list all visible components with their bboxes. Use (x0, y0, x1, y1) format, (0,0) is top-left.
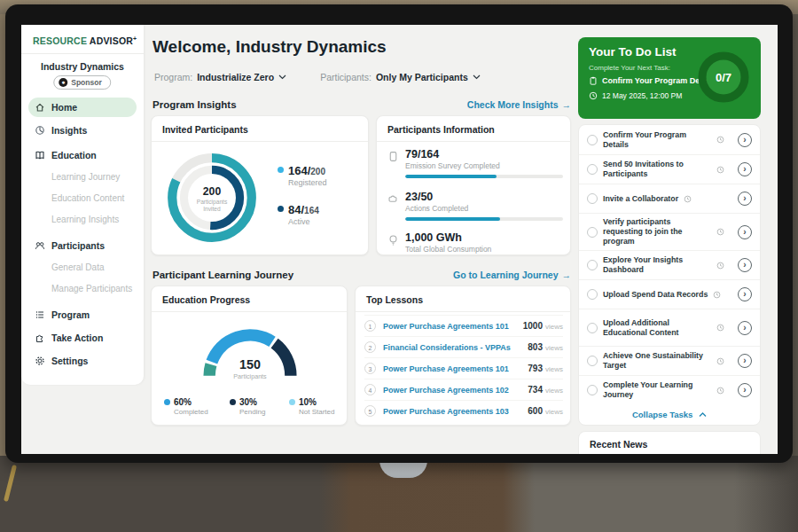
task-open-button[interactable]: › (738, 258, 752, 272)
lesson-views: 793views (528, 364, 563, 373)
lesson-link[interactable]: Power Purchase Agreements 102 (383, 386, 509, 395)
sidebar-item-settings[interactable]: Settings (28, 351, 137, 371)
sidebar-item-insights[interactable]: Insights (28, 121, 137, 140)
book-icon (35, 150, 45, 160)
arrow-right-icon: → (562, 270, 572, 280)
metric-emission-survey: 79/164 Emission Survey Completed (386, 148, 563, 178)
task-open-button[interactable]: › (738, 383, 752, 397)
go-to-learning-journey-link[interactable]: Go to Learning Journey→ (411, 270, 571, 280)
task-row[interactable]: Complete Your Learning Journey › (579, 375, 760, 404)
sidebar-item-label: Insights (51, 125, 87, 136)
svg-text:200: 200 (203, 185, 222, 198)
task-open-button[interactable]: › (738, 192, 752, 206)
task-label: Upload Additional Educational Content (603, 318, 711, 338)
divider (21, 53, 144, 54)
task-open-button[interactable]: › (738, 162, 752, 176)
progress-bar (405, 175, 563, 178)
sidebar-item-general-data[interactable]: General Data (51, 259, 140, 275)
sidebar-item-learning-journey[interactable]: Learning Journey (51, 168, 140, 184)
task-open-button[interactable]: › (738, 133, 752, 147)
sidebar-item-program[interactable]: Program (28, 305, 137, 325)
lesson-link[interactable]: Power Purchase Agreements 101 (383, 322, 509, 331)
task-row[interactable]: Upload Spend Data Records › (579, 279, 760, 309)
participants-dropdown[interactable]: Participants: Only My Participants (320, 72, 481, 82)
legend-dot (278, 167, 284, 173)
task-checkbox[interactable] (587, 289, 598, 300)
task-open-button[interactable]: › (738, 225, 752, 239)
program-dropdown[interactable]: Program: Industrialize Zero (154, 72, 286, 82)
metric-total-consumption: 1,000 GWh Total Global Consumption (386, 231, 563, 254)
task-checkbox[interactable] (587, 356, 598, 366)
task-row[interactable]: Achieve One Sustainability Target › (579, 346, 760, 375)
chevron-up-icon (699, 412, 707, 418)
top-lessons-card: Top Lessons 1 Power Purchase Agreements … (355, 286, 571, 426)
gauge-legend-completed: 60% Completed (164, 397, 208, 416)
survey-icon (387, 151, 399, 162)
lesson-link[interactable]: Power Purchase Agreements 103 (383, 407, 509, 416)
task-row[interactable]: Explore Your Insights Dashboard › (579, 250, 760, 279)
organization-name: Industry Dynamics (21, 61, 144, 72)
task-label: Upload Spend Data Records (603, 290, 708, 300)
section-title-learning-journey: Participant Learning Journey (153, 270, 293, 280)
lesson-views: 600views (528, 406, 563, 416)
clock-icon (589, 91, 598, 100)
task-checkbox[interactable] (587, 193, 598, 204)
invited-participants-card: Invited Participants 200 Participants In… (151, 115, 369, 255)
brand-logo: RESOURCE ADVISOR+ (33, 35, 137, 46)
sidebar-item-home[interactable]: Home (28, 98, 137, 117)
task-label: Explore Your Insights Dashboard (603, 255, 711, 275)
legend-active: 84/164 Active (278, 201, 319, 226)
task-label: Complete Your Learning Journey (603, 380, 711, 400)
sponsor-icon: ● (59, 78, 67, 87)
program-value: Industrialize Zero (197, 72, 274, 82)
todo-progress-ring: 0/7 (695, 49, 752, 106)
lesson-row: 1 Power Purchase Agreements 101 1000view… (364, 315, 563, 336)
dashboard-screen: RESOURCE ADVISOR+ Industry Dynamics ● Sp… (21, 25, 778, 454)
todo-subtitle: Complete Your Next Task: (589, 64, 670, 72)
task-checkbox[interactable] (587, 385, 598, 395)
lesson-views: 734views (528, 385, 563, 395)
task-checkbox[interactable] (587, 164, 598, 175)
task-checkbox[interactable] (587, 323, 598, 333)
divider (377, 141, 570, 142)
check-more-insights-link[interactable]: Check More Insights→ (411, 99, 571, 110)
task-open-button[interactable]: › (738, 321, 752, 335)
lesson-link[interactable]: Financial Considerations - VPPAs (383, 343, 511, 352)
sidebar-item-label: Home (51, 102, 77, 113)
collapse-tasks-link[interactable]: Collapse Tasks (579, 404, 760, 425)
lesson-row: 5 Power Purchase Agreements 103 600views (364, 400, 563, 421)
task-checkbox[interactable] (587, 135, 598, 145)
sidebar-item-take-action[interactable]: Take Action (28, 328, 137, 348)
metric-actions-completed: 23/50 Actions Completed (386, 191, 563, 221)
task-row[interactable]: Invite a Collaborator › (579, 184, 760, 213)
lesson-views: 1000views (523, 321, 563, 331)
lesson-views: 803views (528, 342, 563, 352)
clock-icon (716, 228, 724, 236)
progress-bar (405, 217, 563, 221)
card-title: Top Lessons (366, 294, 423, 305)
lesson-rank: 3 (364, 363, 376, 374)
lesson-link[interactable]: Power Purchase Agreements 101 (383, 364, 509, 373)
task-row[interactable]: Confirm Your Program Details › (579, 125, 760, 154)
sponsor-badge[interactable]: ● Sponsor (53, 75, 111, 90)
sidebar-item-label: Participants (51, 240, 105, 251)
card-title: Participants Information (387, 124, 495, 135)
task-open-button[interactable]: › (738, 287, 752, 301)
clipboard-icon (589, 76, 598, 85)
task-label: Invite a Collaborator (603, 194, 678, 204)
monitor-bezel: RESOURCE ADVISOR+ Industry Dynamics ● Sp… (5, 4, 793, 463)
task-row[interactable]: Send 50 Invitations to Participants › (579, 154, 760, 184)
sidebar-item-learning-insights[interactable]: Learning Insights (51, 211, 140, 227)
participants-information-card: Participants Information 79/164 Emission… (376, 115, 571, 255)
task-row[interactable]: Upload Additional Educational Content › (579, 309, 760, 346)
task-open-button[interactable]: › (738, 354, 752, 368)
task-checkbox[interactable] (587, 227, 598, 238)
task-checkbox[interactable] (587, 260, 598, 270)
task-row[interactable]: Verify participants requesting to join t… (579, 213, 760, 250)
sidebar-item-education-content[interactable]: Education Content (51, 190, 140, 206)
sidebar-item-participants[interactable]: Participants (28, 236, 137, 255)
sidebar-item-education[interactable]: Education (28, 145, 137, 165)
task-label: Verify participants requesting to join t… (603, 217, 711, 246)
brand-secondary: ADVISOR+ (90, 35, 137, 46)
sidebar-item-manage-participants[interactable]: Manage Participants (51, 280, 140, 296)
